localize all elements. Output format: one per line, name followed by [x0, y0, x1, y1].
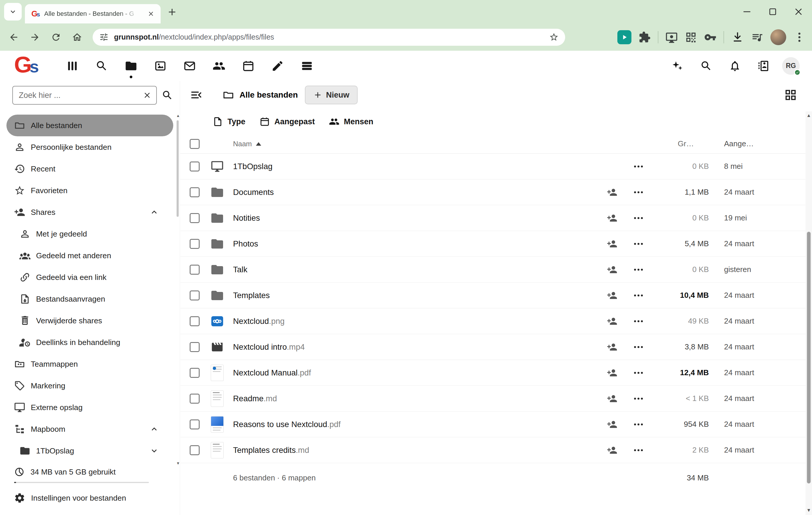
- row-actions-menu-icon[interactable]: [633, 315, 644, 327]
- browser-menu-icon[interactable]: [793, 31, 806, 44]
- row-checkbox[interactable]: [190, 162, 200, 171]
- file-row-templates[interactable]: Templates10,4 MB24 maart: [180, 283, 812, 308]
- file-row-nextcloud[interactable]: Nextcloud.png49 KB24 maart: [180, 308, 812, 334]
- filter-chip-type[interactable]: Type: [212, 116, 245, 127]
- storage-quota[interactable]: 34 MB van 5 GB gebruikt: [0, 463, 180, 481]
- file-row-notities[interactable]: Notities0 KB19 mei: [180, 205, 812, 231]
- sidebar-item-shares[interactable]: Shares: [6, 201, 173, 223]
- file-row-talk[interactable]: Talk0 KBgisteren: [180, 257, 812, 283]
- column-header-name[interactable]: Naam: [233, 140, 604, 148]
- scroll-down-icon[interactable]: ▼: [176, 461, 179, 465]
- share-add-icon[interactable]: [607, 213, 617, 223]
- scroll-down-icon[interactable]: ▼: [806, 508, 812, 513]
- row-checkbox[interactable]: [190, 394, 200, 404]
- tab-search-button[interactable]: [4, 3, 22, 21]
- scrollbar-thumb[interactable]: [807, 232, 811, 484]
- media-queue-icon[interactable]: [751, 31, 763, 44]
- reload-button[interactable]: [47, 28, 65, 46]
- home-button[interactable]: [68, 28, 86, 46]
- files-settings[interactable]: Instellingen voor bestanden: [0, 487, 180, 509]
- row-checkbox[interactable]: [190, 420, 200, 429]
- file-row-readme[interactable]: Readme.md< 1 KB24 maart: [180, 386, 812, 411]
- file-row-reasons-to-use-nextcloud[interactable]: Reasons to use Nextcloud.pdf954 KB24 maa…: [180, 411, 812, 437]
- extension-teal-icon[interactable]: [617, 30, 632, 44]
- share-add-icon[interactable]: [607, 368, 617, 378]
- row-actions-menu-icon[interactable]: [633, 419, 644, 430]
- chevron-up-icon[interactable]: [149, 207, 159, 217]
- row-checkbox[interactable]: [190, 239, 200, 249]
- app-calendar[interactable]: [234, 51, 263, 81]
- file-name[interactable]: Templates credits.md: [233, 446, 604, 455]
- active-tab[interactable]: Gs Alle bestanden - Bestanden - G: [25, 4, 161, 24]
- scroll-up-icon[interactable]: ▲: [176, 114, 179, 118]
- file-row-1tbopslag[interactable]: 1TbOpslag0 KB8 mei: [180, 153, 812, 179]
- file-name[interactable]: Nextcloud.png: [233, 317, 604, 326]
- sidebar-item-teammappen[interactable]: Teammappen: [6, 353, 173, 375]
- row-actions-menu-icon[interactable]: [633, 445, 644, 456]
- sidebar-item-alle-bestanden[interactable]: Alle bestanden: [6, 115, 173, 136]
- scroll-up-icon[interactable]: ▲: [806, 113, 812, 118]
- row-checkbox[interactable]: [190, 213, 200, 223]
- share-add-icon[interactable]: [607, 290, 617, 301]
- sidebar-item-persoonlijke-bestanden[interactable]: Persoonlijke bestanden: [6, 136, 173, 158]
- sidebar-item-verwijderde-shares[interactable]: Verwijderde shares: [6, 310, 173, 332]
- row-checkbox[interactable]: [190, 265, 200, 275]
- app-deck[interactable]: [292, 51, 322, 81]
- site-info-icon[interactable]: [99, 32, 109, 42]
- share-add-icon[interactable]: [607, 342, 617, 352]
- row-checkbox[interactable]: [190, 290, 200, 301]
- app-dashboard[interactable]: [58, 51, 87, 81]
- scrollbar-thumb[interactable]: [176, 120, 179, 217]
- app-mail[interactable]: [175, 51, 204, 81]
- file-name[interactable]: Nextcloud intro.mp4: [233, 342, 604, 352]
- file-name[interactable]: Talk: [233, 265, 604, 274]
- filter-chip-mensen[interactable]: Mensen: [329, 116, 374, 127]
- app-files[interactable]: [116, 51, 146, 81]
- sidebar-item-markering[interactable]: Markering: [6, 375, 173, 397]
- file-name[interactable]: 1TbOpslag: [233, 162, 604, 171]
- share-add-icon[interactable]: [607, 316, 617, 326]
- main-scrollbar[interactable]: ▲ ▼: [806, 111, 812, 515]
- chevron-up-icon[interactable]: [149, 424, 159, 434]
- sidebar-item-bestandsaanvragen[interactable]: Bestandsaanvragen: [6, 288, 173, 310]
- new-button[interactable]: Nieuw: [305, 86, 358, 104]
- password-key-icon[interactable]: [704, 31, 717, 44]
- row-checkbox[interactable]: [190, 445, 200, 455]
- share-add-icon[interactable]: [607, 445, 617, 456]
- app-notes[interactable]: [263, 51, 292, 81]
- row-actions-menu-icon[interactable]: [633, 367, 644, 379]
- row-actions-menu-icon[interactable]: [633, 290, 644, 301]
- grid-view-toggle-icon[interactable]: [784, 88, 798, 102]
- extensions-puzzle-icon[interactable]: [638, 31, 651, 44]
- browser-profile-avatar[interactable]: [771, 29, 786, 45]
- screen-capture-icon[interactable]: [665, 31, 678, 44]
- file-row-nextcloud-intro[interactable]: Nextcloud intro.mp43,8 MB24 maart: [180, 334, 812, 360]
- collapse-sidebar-icon[interactable]: [190, 88, 203, 102]
- file-name[interactable]: Reasons to use Nextcloud.pdf: [233, 420, 604, 429]
- downloads-icon[interactable]: [731, 31, 744, 44]
- clear-search-icon[interactable]: [143, 91, 151, 99]
- file-name[interactable]: Notities: [233, 213, 604, 223]
- sidebar-item-recent[interactable]: Recent: [6, 158, 173, 180]
- file-row-photos[interactable]: Photos5,4 MB24 maart: [180, 231, 812, 257]
- share-add-icon[interactable]: [607, 419, 617, 430]
- sidebar-scrollbar[interactable]: ▲ ▼: [176, 114, 179, 465]
- forward-button[interactable]: [26, 28, 44, 46]
- user-avatar[interactable]: RG: [782, 57, 800, 75]
- breadcrumb[interactable]: Alle bestanden: [223, 89, 298, 101]
- select-all-checkbox[interactable]: [190, 139, 200, 149]
- file-name[interactable]: Readme.md: [233, 394, 604, 403]
- unified-search-button[interactable]: [692, 51, 721, 81]
- close-button[interactable]: [793, 6, 804, 18]
- row-checkbox[interactable]: [190, 316, 200, 326]
- file-name[interactable]: Documents: [233, 188, 604, 197]
- address-bar[interactable]: grunnspot.nl/nextcloud/index.php/apps/fi…: [93, 29, 565, 46]
- share-add-icon[interactable]: [607, 187, 617, 198]
- file-row-templates-credits[interactable]: Templates credits.md2 KB24 maart: [180, 437, 812, 463]
- app-search[interactable]: [87, 51, 116, 81]
- notifications-button[interactable]: [721, 51, 749, 81]
- sidebar-item-favorieten[interactable]: Favorieten: [6, 180, 173, 201]
- nextcloud-logo[interactable]: Gs: [14, 53, 39, 76]
- row-checkbox[interactable]: [190, 342, 200, 352]
- assistant-button[interactable]: [663, 51, 692, 81]
